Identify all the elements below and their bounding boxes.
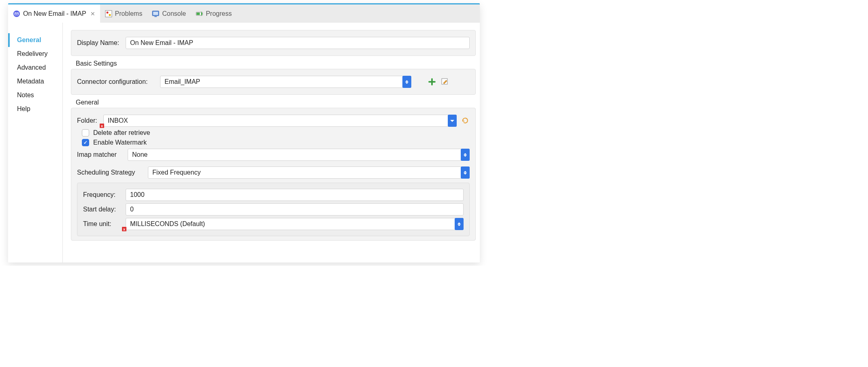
basic-settings-title: Basic Settings: [76, 60, 476, 67]
add-icon[interactable]: [428, 77, 436, 86]
time-unit-label: Time unit:: [83, 220, 122, 228]
imap-matcher-select[interactable]: [128, 149, 470, 161]
editor-body: General Redelivery Advanced Metadata Not…: [8, 23, 480, 262]
tab-label: Console: [162, 10, 186, 17]
console-icon: [152, 10, 159, 17]
enable-watermark-row[interactable]: Enable Watermark: [82, 139, 470, 146]
main-content: Display Name: Basic Settings Connector c…: [63, 23, 480, 262]
imap-matcher-label: Imap matcher: [77, 151, 124, 158]
basic-settings-panel: Connector configuration:: [71, 69, 476, 95]
sidebar-item-label: Help: [17, 105, 30, 112]
folder-label: Folder:: [77, 117, 99, 124]
start-delay-label: Start delay:: [83, 206, 122, 213]
sidebar-item-advanced[interactable]: Advanced: [8, 61, 62, 75]
frequency-panel: Frequency: Start delay: Time unit: x: [77, 183, 470, 236]
connector-label: Connector configuration:: [77, 78, 156, 85]
time-unit-select[interactable]: [126, 218, 464, 230]
error-icon: x: [100, 124, 104, 128]
email-icon: [13, 10, 20, 17]
connector-select[interactable]: [160, 76, 411, 88]
tab-label: Problems: [115, 10, 143, 17]
chevron-down-icon[interactable]: [448, 115, 457, 127]
sidebar-item-label: General: [17, 36, 41, 43]
general-panel: Folder: x Delete after retrieve: [71, 108, 476, 241]
scheduling-label: Scheduling Strategy: [77, 169, 144, 176]
chevron-updown-icon[interactable]: [461, 166, 470, 179]
delete-after-row[interactable]: Delete after retrieve: [82, 129, 470, 137]
sidebar-item-notes[interactable]: Notes: [8, 88, 62, 102]
tab-problems[interactable]: Problems: [100, 4, 148, 23]
tab-console[interactable]: Console: [147, 4, 191, 23]
svg-rect-6: [153, 12, 158, 15]
tab-label: On New Email - IMAP: [23, 10, 86, 17]
sidebar-item-label: Redelivery: [17, 50, 48, 57]
svg-point-3: [106, 11, 108, 13]
svg-rect-9: [197, 13, 200, 15]
sidebar-item-label: Advanced: [17, 64, 46, 71]
close-icon[interactable]: ✕: [90, 11, 95, 17]
error-icon: x: [122, 227, 126, 231]
tab-progress[interactable]: Progress: [191, 4, 237, 23]
frequency-input[interactable]: [126, 189, 464, 201]
sidebar-item-general[interactable]: General: [8, 33, 62, 47]
sidebar: General Redelivery Advanced Metadata Not…: [8, 23, 63, 262]
sidebar-item-metadata[interactable]: Metadata: [8, 75, 62, 88]
edit-icon[interactable]: [440, 77, 449, 86]
svg-rect-2: [105, 11, 112, 17]
refresh-icon[interactable]: [461, 116, 470, 125]
problems-icon: [105, 10, 112, 17]
enable-watermark-label: Enable Watermark: [93, 139, 147, 146]
tab-bar: On New Email - IMAP ✕ Problems Console P…: [8, 3, 480, 23]
svg-rect-7: [154, 16, 157, 17]
sidebar-item-help[interactable]: Help: [8, 102, 62, 116]
chevron-updown-icon[interactable]: [402, 76, 411, 88]
chevron-updown-icon[interactable]: [455, 218, 464, 230]
chevron-updown-icon[interactable]: [461, 149, 470, 161]
frequency-label: Frequency:: [83, 191, 122, 198]
delete-after-checkbox[interactable]: [82, 129, 89, 137]
editor-window: On New Email - IMAP ✕ Problems Console P…: [8, 3, 480, 262]
folder-input[interactable]: [103, 115, 457, 127]
display-name-input[interactable]: [126, 37, 470, 49]
scheduling-select[interactable]: [148, 166, 470, 179]
start-delay-input[interactable]: [126, 203, 464, 216]
tab-label: Progress: [206, 10, 232, 17]
delete-after-label: Delete after retrieve: [93, 129, 150, 137]
display-name-label: Display Name:: [77, 39, 122, 47]
sidebar-item-label: Metadata: [17, 78, 44, 85]
general-section-title: General: [76, 99, 476, 106]
sidebar-item-label: Notes: [17, 92, 34, 98]
progress-icon: [196, 10, 203, 17]
sidebar-item-redelivery[interactable]: Redelivery: [8, 47, 62, 61]
enable-watermark-checkbox[interactable]: [82, 139, 89, 146]
tab-on-new-email[interactable]: On New Email - IMAP ✕: [8, 4, 100, 23]
svg-point-4: [109, 14, 111, 16]
display-name-panel: Display Name:: [71, 30, 476, 56]
